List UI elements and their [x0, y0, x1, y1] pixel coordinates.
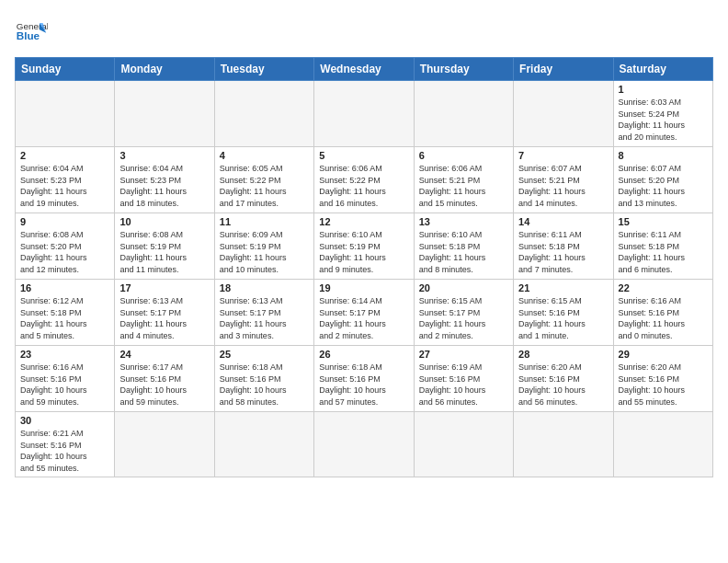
- day-info: Sunrise: 6:04 AM Sunset: 5:23 PM Dayligh…: [119, 163, 209, 209]
- calendar-cell: 20Sunrise: 6:15 AM Sunset: 5:17 PM Dayli…: [414, 280, 513, 346]
- day-number: 20: [419, 282, 508, 293]
- week-row-5: 23Sunrise: 6:16 AM Sunset: 5:16 PM Dayli…: [16, 346, 713, 412]
- calendar-cell: [214, 81, 313, 147]
- day-number: 9: [20, 216, 109, 227]
- calendar-cell: 22Sunrise: 6:16 AM Sunset: 5:16 PM Dayli…: [613, 280, 712, 346]
- day-number: 18: [220, 282, 309, 293]
- day-info: Sunrise: 6:13 AM Sunset: 5:17 PM Dayligh…: [119, 295, 209, 341]
- day-info: Sunrise: 6:04 AM Sunset: 5:23 PM Dayligh…: [20, 163, 109, 209]
- day-info: Sunrise: 6:12 AM Sunset: 5:18 PM Dayligh…: [20, 295, 109, 341]
- day-info: Sunrise: 6:06 AM Sunset: 5:22 PM Dayligh…: [319, 163, 408, 209]
- calendar-cell: [214, 412, 313, 477]
- calendar-cell: 24Sunrise: 6:17 AM Sunset: 5:16 PM Dayli…: [115, 346, 214, 412]
- calendar-cell: 3Sunrise: 6:04 AM Sunset: 5:23 PM Daylig…: [115, 147, 214, 213]
- day-number: 16: [20, 282, 109, 293]
- day-info: Sunrise: 6:19 AM Sunset: 5:16 PM Dayligh…: [419, 362, 508, 408]
- week-row-1: 1Sunrise: 6:03 AM Sunset: 5:24 PM Daylig…: [16, 81, 713, 147]
- day-info: Sunrise: 6:09 AM Sunset: 5:19 PM Dayligh…: [220, 229, 309, 275]
- day-info: Sunrise: 6:18 AM Sunset: 5:16 PM Dayligh…: [319, 362, 408, 408]
- day-info: Sunrise: 6:07 AM Sunset: 5:21 PM Dayligh…: [518, 163, 608, 209]
- calendar-cell: [16, 81, 115, 147]
- day-number: 25: [220, 349, 309, 360]
- calendar-cell: [314, 81, 414, 147]
- calendar-cell: 11Sunrise: 6:09 AM Sunset: 5:19 PM Dayli…: [214, 213, 313, 280]
- day-number: 15: [619, 216, 708, 227]
- day-number: 3: [119, 150, 209, 161]
- day-info: Sunrise: 6:08 AM Sunset: 5:20 PM Dayligh…: [20, 229, 109, 275]
- calendar-cell: 21Sunrise: 6:15 AM Sunset: 5:16 PM Dayli…: [514, 280, 613, 346]
- calendar-cell: 14Sunrise: 6:11 AM Sunset: 5:18 PM Dayli…: [514, 213, 613, 280]
- day-number: 19: [319, 282, 408, 293]
- day-header-tuesday: Tuesday: [214, 58, 313, 81]
- day-info: Sunrise: 6:03 AM Sunset: 5:24 PM Dayligh…: [619, 97, 708, 143]
- day-header-friday: Friday: [514, 58, 613, 81]
- day-info: Sunrise: 6:20 AM Sunset: 5:16 PM Dayligh…: [619, 362, 708, 408]
- day-info: Sunrise: 6:10 AM Sunset: 5:19 PM Dayligh…: [319, 229, 408, 275]
- day-info: Sunrise: 6:17 AM Sunset: 5:16 PM Dayligh…: [119, 362, 209, 408]
- day-number: 2: [20, 150, 109, 161]
- calendar-cell: [613, 412, 712, 477]
- calendar-cell: 9Sunrise: 6:08 AM Sunset: 5:20 PM Daylig…: [16, 213, 115, 280]
- day-info: Sunrise: 6:18 AM Sunset: 5:16 PM Dayligh…: [220, 362, 309, 408]
- week-row-3: 9Sunrise: 6:08 AM Sunset: 5:20 PM Daylig…: [16, 213, 713, 280]
- calendar-cell: 4Sunrise: 6:05 AM Sunset: 5:22 PM Daylig…: [214, 147, 313, 213]
- day-number: 28: [518, 349, 608, 360]
- day-info: Sunrise: 6:20 AM Sunset: 5:16 PM Dayligh…: [518, 362, 608, 408]
- day-info: Sunrise: 6:05 AM Sunset: 5:22 PM Dayligh…: [220, 163, 309, 209]
- day-info: Sunrise: 6:10 AM Sunset: 5:18 PM Dayligh…: [419, 229, 508, 275]
- day-header-monday: Monday: [115, 58, 214, 81]
- day-info: Sunrise: 6:16 AM Sunset: 5:16 PM Dayligh…: [619, 295, 708, 341]
- calendar-cell: 15Sunrise: 6:11 AM Sunset: 5:18 PM Dayli…: [613, 213, 712, 280]
- day-number: 24: [119, 349, 209, 360]
- day-header-thursday: Thursday: [414, 58, 513, 81]
- day-number: 23: [20, 349, 109, 360]
- day-number: 6: [419, 150, 508, 161]
- week-row-4: 16Sunrise: 6:12 AM Sunset: 5:18 PM Dayli…: [16, 280, 713, 346]
- calendar-cell: 12Sunrise: 6:10 AM Sunset: 5:19 PM Dayli…: [314, 213, 414, 280]
- day-info: Sunrise: 6:14 AM Sunset: 5:17 PM Dayligh…: [319, 295, 408, 341]
- day-header-sunday: Sunday: [16, 58, 115, 81]
- calendar-cell: 1Sunrise: 6:03 AM Sunset: 5:24 PM Daylig…: [613, 81, 712, 147]
- general-blue-logo-icon: General Blue: [15, 15, 48, 48]
- calendar-cell: 25Sunrise: 6:18 AM Sunset: 5:16 PM Dayli…: [214, 346, 313, 412]
- calendar-cell: [115, 412, 214, 477]
- day-number: 17: [119, 282, 209, 293]
- day-info: Sunrise: 6:16 AM Sunset: 5:16 PM Dayligh…: [20, 362, 109, 408]
- calendar-cell: 2Sunrise: 6:04 AM Sunset: 5:23 PM Daylig…: [16, 147, 115, 213]
- day-number: 8: [619, 150, 708, 161]
- calendar-cell: 10Sunrise: 6:08 AM Sunset: 5:19 PM Dayli…: [115, 213, 214, 280]
- day-number: 7: [518, 150, 608, 161]
- day-info: Sunrise: 6:13 AM Sunset: 5:17 PM Dayligh…: [220, 295, 309, 341]
- calendar-cell: 13Sunrise: 6:10 AM Sunset: 5:18 PM Dayli…: [414, 213, 513, 280]
- day-info: Sunrise: 6:07 AM Sunset: 5:20 PM Dayligh…: [619, 163, 708, 209]
- day-number: 14: [518, 216, 608, 227]
- day-header-wednesday: Wednesday: [314, 58, 414, 81]
- day-number: 12: [319, 216, 408, 227]
- calendar-cell: 26Sunrise: 6:18 AM Sunset: 5:16 PM Dayli…: [314, 346, 414, 412]
- calendar-cell: 8Sunrise: 6:07 AM Sunset: 5:20 PM Daylig…: [613, 147, 712, 213]
- calendar-cell: [115, 81, 214, 147]
- calendar-cell: 30Sunrise: 6:21 AM Sunset: 5:16 PM Dayli…: [16, 412, 115, 477]
- calendar-cell: [414, 81, 513, 147]
- calendar-table: SundayMondayTuesdayWednesdayThursdayFrid…: [15, 57, 713, 477]
- svg-text:Blue: Blue: [17, 29, 40, 41]
- calendar-cell: 27Sunrise: 6:19 AM Sunset: 5:16 PM Dayli…: [414, 346, 513, 412]
- week-row-6: 30Sunrise: 6:21 AM Sunset: 5:16 PM Dayli…: [16, 412, 713, 477]
- calendar-cell: [514, 412, 613, 477]
- days-header-row: SundayMondayTuesdayWednesdayThursdayFrid…: [16, 58, 713, 81]
- day-info: Sunrise: 6:11 AM Sunset: 5:18 PM Dayligh…: [518, 229, 608, 275]
- calendar-cell: 29Sunrise: 6:20 AM Sunset: 5:16 PM Dayli…: [613, 346, 712, 412]
- day-number: 30: [20, 415, 109, 426]
- day-number: 13: [419, 216, 508, 227]
- week-row-2: 2Sunrise: 6:04 AM Sunset: 5:23 PM Daylig…: [16, 147, 713, 213]
- day-info: Sunrise: 6:11 AM Sunset: 5:18 PM Dayligh…: [619, 229, 708, 275]
- calendar-cell: 28Sunrise: 6:20 AM Sunset: 5:16 PM Dayli…: [514, 346, 613, 412]
- calendar-cell: [414, 412, 513, 477]
- day-header-saturday: Saturday: [613, 58, 712, 81]
- day-info: Sunrise: 6:21 AM Sunset: 5:16 PM Dayligh…: [20, 428, 109, 474]
- day-number: 1: [619, 84, 708, 95]
- calendar-cell: 16Sunrise: 6:12 AM Sunset: 5:18 PM Dayli…: [16, 280, 115, 346]
- day-info: Sunrise: 6:15 AM Sunset: 5:16 PM Dayligh…: [518, 295, 608, 341]
- day-number: 27: [419, 349, 508, 360]
- calendar-cell: 17Sunrise: 6:13 AM Sunset: 5:17 PM Dayli…: [115, 280, 214, 346]
